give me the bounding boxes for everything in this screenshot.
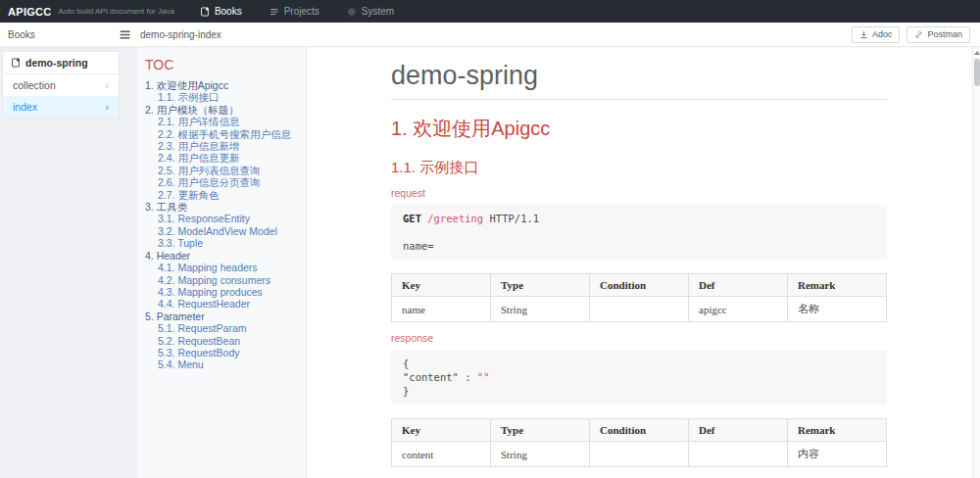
nav-item-label: System <box>362 6 394 17</box>
table-cell: name <box>392 297 491 322</box>
page-body: demo-spring collection›index› TOC 1. 欢迎使… <box>0 47 980 478</box>
sidebar-item-index[interactable]: index› <box>3 96 119 118</box>
request-table: KeyTypeConditionDefRemarknameStringapigc… <box>391 273 887 322</box>
table-header-cell: Remark <box>788 419 887 442</box>
toc-link[interactable]: 4.3. Mapping produces <box>145 286 302 298</box>
table-header-cell: Def <box>689 419 788 442</box>
document-area: demo-spring 1. 欢迎使用Apigcc 1.1. 示例接口 requ… <box>307 47 972 478</box>
request-label: request <box>391 187 887 199</box>
list-icon <box>270 7 279 17</box>
book-menu-items: collection›index› <box>3 74 119 118</box>
table-header-cell: Condition <box>590 274 689 297</box>
toc-link[interactable]: 3. 工具类 <box>145 201 302 213</box>
left-rail: demo-spring collection›index› <box>0 47 137 478</box>
breadcrumb: demo-spring-index <box>140 29 221 40</box>
chevron-right-icon: › <box>105 102 109 112</box>
toc-link[interactable]: 2.2. 根据手机号搜索用户信息 <box>145 128 302 140</box>
toc-link[interactable]: 5.4. Menu <box>145 358 302 370</box>
table-header-cell: Key <box>392 274 491 297</box>
table-cell: apigcc <box>689 297 788 322</box>
code-line: "content" : "" <box>403 370 875 384</box>
toc-link[interactable]: 1. 欢迎使用Apigcc <box>145 79 302 91</box>
response-label: response <box>391 332 887 344</box>
section-heading-1: 1. 欢迎使用Apigcc <box>391 116 887 142</box>
toc-link[interactable]: 5.3. RequestBody <box>145 347 302 358</box>
table-header-cell: Condition <box>590 419 689 442</box>
nav-item-projects[interactable]: Projects <box>256 0 333 23</box>
sidebar-item-label: collection <box>13 79 56 91</box>
toc-link[interactable]: 4. Header <box>145 250 302 262</box>
toc-link[interactable]: 2.6. 用户信息分页查询 <box>145 176 302 188</box>
scrollbar-thumb[interactable] <box>974 59 980 86</box>
gear-icon <box>347 7 357 17</box>
nav-item-system[interactable]: System <box>333 0 408 23</box>
toc-title: TOC <box>145 57 302 72</box>
table-cell: 名称 <box>788 297 887 322</box>
book-title: demo-spring <box>25 57 88 69</box>
postman-button[interactable]: Postman <box>906 26 970 43</box>
toc-link[interactable]: 5.1. RequestParam <box>145 322 302 334</box>
book-menu-header[interactable]: demo-spring <box>3 52 119 74</box>
response-table: KeyTypeConditionDefRemarkcontentString内容 <box>391 418 887 467</box>
table-cell: String <box>491 442 590 467</box>
toc-link[interactable]: 5.2. RequestBean <box>145 335 302 347</box>
table-cell <box>590 297 689 322</box>
request-code-block: GET /greeting HTTP/1.1 name= <box>391 205 887 260</box>
table-header-cell: Remark <box>788 274 887 297</box>
sidebar-item-collection[interactable]: collection› <box>3 74 119 96</box>
nav-item-label: Projects <box>284 6 319 17</box>
adoc-button[interactable]: Adoc <box>852 26 901 43</box>
scrollbar[interactable] <box>972 47 980 478</box>
toc-panel: TOC 1. 欢迎使用Apigcc1.1. 示例接口2. 用户模块（标题）2.1… <box>137 47 307 478</box>
button-label: Adoc <box>872 29 893 39</box>
scrollbar-up-arrow-icon[interactable] <box>974 51 980 55</box>
table-cell: content <box>392 442 491 467</box>
toc-link[interactable]: 4.2. Mapping consumers <box>145 274 302 286</box>
toc-link[interactable]: 5. Parameter <box>145 311 302 322</box>
book-icon <box>200 7 210 17</box>
toc-link[interactable]: 2.4. 用户信息更新 <box>145 152 302 164</box>
table-cell <box>590 442 689 467</box>
download-icon <box>859 30 868 39</box>
toc-link[interactable]: 2.7. 更新角色 <box>145 189 302 201</box>
link-icon <box>914 30 923 39</box>
navbar-menu: BooksProjectsSystem <box>186 0 408 23</box>
table-row: nameStringapigcc名称 <box>392 297 887 322</box>
toc-link[interactable]: 3.3. Tuple <box>145 237 302 249</box>
chevron-right-icon: › <box>105 80 109 90</box>
document: demo-spring 1. 欢迎使用Apigcc 1.1. 示例接口 requ… <box>391 47 887 478</box>
menu-toggle-icon[interactable] <box>119 28 131 41</box>
toolbar-section-title: Books <box>0 29 119 40</box>
table-header-cell: Type <box>491 419 590 442</box>
code-line: { <box>403 357 875 370</box>
toc-link[interactable]: 2.1. 用户详情信息 <box>145 116 302 127</box>
nav-item-books[interactable]: Books <box>186 0 256 23</box>
code-line <box>403 225 875 239</box>
sidebar-item-label: index <box>13 101 37 113</box>
code-line: } <box>403 384 875 398</box>
section-heading-1-1: 1.1. 示例接口 <box>391 159 887 177</box>
toc-link[interactable]: 2. 用户模块（标题） <box>145 104 302 116</box>
toc-list: 1. 欢迎使用Apigcc1.1. 示例接口2. 用户模块（标题）2.1. 用户… <box>145 79 302 371</box>
table-cell <box>689 442 788 467</box>
code-line: name= <box>403 239 875 253</box>
toc-link[interactable]: 3.2. ModelAndView Model <box>145 225 302 237</box>
top-navbar: APIGCC Auto build API document for Java … <box>0 0 980 23</box>
app-brand[interactable]: APIGCC <box>8 6 52 18</box>
table-header-cell: Key <box>392 419 491 442</box>
toc-link[interactable]: 4.4. RequestHeader <box>145 298 302 310</box>
nav-item-label: Books <box>215 6 242 17</box>
table-header-cell: Def <box>689 274 788 297</box>
button-label: Postman <box>927 29 962 39</box>
toc-link[interactable]: 1.1. 示例接口 <box>145 91 302 103</box>
toc-link[interactable]: 4.1. Mapping headers <box>145 262 302 273</box>
table-row: contentString内容 <box>392 442 887 467</box>
table-cell: 内容 <box>788 442 887 467</box>
toc-link[interactable]: 2.5. 用户列表信息查询 <box>145 165 302 176</box>
book-menu-card: demo-spring collection›index› <box>2 51 120 119</box>
toc-link[interactable]: 3.1. ResponseEntity <box>145 213 302 224</box>
toc-link[interactable]: 2.3. 用户信息新增 <box>145 140 302 152</box>
toolbar-actions: AdocPostman <box>852 26 980 43</box>
code-line: GET /greeting HTTP/1.1 <box>403 212 875 225</box>
document-title: demo-spring <box>391 61 887 100</box>
